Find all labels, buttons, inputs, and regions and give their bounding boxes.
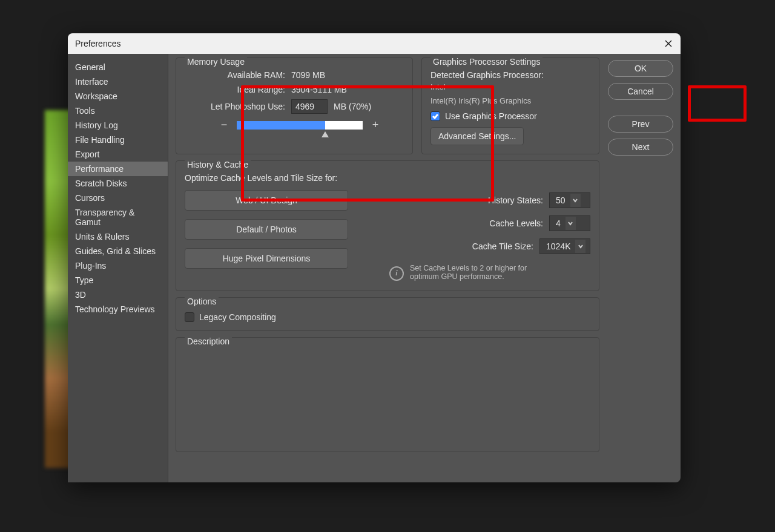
cache-levels-label: Cache Levels: bbox=[473, 218, 543, 228]
sidebar-item-performance[interactable]: Performance bbox=[68, 162, 168, 176]
legacy-compositing-row[interactable]: Legacy Compositing bbox=[185, 312, 590, 322]
sidebar-item-general[interactable]: General bbox=[68, 60, 168, 74]
chevron-down-icon bbox=[575, 240, 585, 253]
memory-slider[interactable] bbox=[237, 121, 363, 130]
gpu-detected-line1: Intel bbox=[430, 82, 590, 93]
close-button[interactable] bbox=[664, 39, 673, 48]
advanced-settings-button[interactable]: Advanced Settings... bbox=[430, 127, 524, 145]
gpu-title: Graphics Processor Settings bbox=[430, 57, 542, 67]
checkmark-icon bbox=[432, 113, 439, 120]
sidebar-item-plug-ins[interactable]: Plug-Ins bbox=[68, 258, 168, 273]
options-title: Options bbox=[185, 297, 219, 306]
dialog-title: Preferences bbox=[75, 39, 120, 48]
sidebar-item-file-handling[interactable]: File Handling bbox=[68, 133, 168, 147]
sidebar-item-units-rulers[interactable]: Units & Rulers bbox=[68, 229, 168, 244]
legacy-compositing-label: Legacy Compositing bbox=[199, 312, 276, 322]
cache-tile-size-dropdown[interactable]: 1024K bbox=[539, 238, 590, 254]
top-row: Memory Usage Available RAM: 7099 MB Idea… bbox=[176, 57, 599, 154]
gpu-detected-line2: Intel(R) Iris(R) Plus Graphics bbox=[430, 96, 590, 107]
available-ram-value: 7099 MB bbox=[291, 70, 325, 80]
use-gpu-label: Use Graphics Processor bbox=[445, 111, 537, 121]
cache-tile-size-value: 1024K bbox=[546, 241, 570, 251]
gpu-detected-label: Detected Graphics Processor: bbox=[430, 70, 590, 80]
memory-slider-fill bbox=[237, 121, 325, 130]
ok-button[interactable]: OK bbox=[608, 60, 673, 77]
let-photoshop-use-label: Let Photoshop Use: bbox=[185, 102, 285, 111]
preset-web-ui-button[interactable]: Web / UI Design bbox=[185, 190, 348, 211]
history-cache-group: History & Cache Optimize Cache Levels an… bbox=[176, 160, 599, 291]
sidebar-item-technology-previews[interactable]: Technology Previews bbox=[68, 302, 168, 317]
prev-button[interactable]: Prev bbox=[608, 116, 673, 133]
cache-levels-value: 4 bbox=[556, 218, 561, 228]
memory-usage-group: Memory Usage Available RAM: 7099 MB Idea… bbox=[176, 57, 413, 154]
sidebar-item-workspace[interactable]: Workspace bbox=[68, 89, 168, 103]
description-group: Description bbox=[176, 337, 599, 452]
history-cache-title: History & Cache bbox=[185, 160, 251, 169]
chevron-down-icon bbox=[570, 194, 581, 207]
sidebar-item-export[interactable]: Export bbox=[68, 147, 168, 162]
history-states-dropdown[interactable]: 50 bbox=[549, 192, 590, 208]
preset-huge-pixel-button[interactable]: Huge Pixel Dimensions bbox=[185, 248, 348, 269]
dialog-body: GeneralInterfaceWorkspaceToolsHistory Lo… bbox=[68, 54, 681, 482]
sidebar-item-history-log[interactable]: History Log bbox=[68, 118, 168, 133]
sidebar-item-scratch-disks[interactable]: Scratch Disks bbox=[68, 176, 168, 191]
cache-tile-size-label: Cache Tile Size: bbox=[463, 241, 533, 251]
memory-slider-thumb[interactable] bbox=[322, 131, 329, 137]
sidebar-item-interface[interactable]: Interface bbox=[68, 74, 168, 89]
sidebar: GeneralInterfaceWorkspaceToolsHistory Lo… bbox=[68, 54, 168, 482]
memory-decrease-button[interactable]: − bbox=[219, 119, 229, 131]
cancel-button[interactable]: Cancel bbox=[608, 83, 673, 100]
memory-increase-button[interactable]: + bbox=[370, 119, 381, 131]
description-title: Description bbox=[185, 337, 232, 346]
preferences-dialog: Preferences GeneralInterfaceWorkspaceToo… bbox=[68, 33, 681, 482]
use-gpu-checkbox[interactable] bbox=[430, 111, 440, 121]
sidebar-item-guides-grid-slices[interactable]: Guides, Grid & Slices bbox=[68, 244, 168, 258]
sidebar-item-3d[interactable]: 3D bbox=[68, 287, 168, 302]
ideal-range-label: Ideal Range: bbox=[185, 85, 285, 94]
close-icon bbox=[664, 39, 673, 48]
history-states-label: History States: bbox=[473, 195, 543, 205]
sidebar-item-type[interactable]: Type bbox=[68, 273, 168, 287]
info-icon: i bbox=[389, 266, 404, 281]
memory-mb-percent: MB (70%) bbox=[334, 102, 371, 111]
optimize-label: Optimize Cache Levels and Tile Size for: bbox=[185, 173, 590, 183]
content-column: Memory Usage Available RAM: 7099 MB Idea… bbox=[176, 57, 599, 475]
sidebar-item-cursors[interactable]: Cursors bbox=[68, 191, 168, 205]
cache-hint-text: Set Cache Levels to 2 or higher for opti… bbox=[410, 264, 531, 281]
use-gpu-checkbox-row[interactable]: Use Graphics Processor bbox=[430, 111, 590, 121]
chevron-down-icon bbox=[566, 217, 576, 230]
sidebar-item-transparency-gamut[interactable]: Transparency & Gamut bbox=[68, 205, 168, 229]
next-button[interactable]: Next bbox=[608, 139, 673, 156]
preset-default-photos-button[interactable]: Default / Photos bbox=[185, 219, 348, 240]
titlebar: Preferences bbox=[68, 33, 681, 54]
history-states-value: 50 bbox=[556, 195, 566, 205]
gpu-group: Graphics Processor Settings Detected Gra… bbox=[421, 57, 599, 154]
options-group: Options Legacy Compositing bbox=[176, 297, 599, 331]
memory-usage-title: Memory Usage bbox=[185, 57, 247, 67]
available-ram-label: Available RAM: bbox=[185, 70, 285, 80]
memory-amount-input[interactable] bbox=[291, 99, 328, 114]
sidebar-item-tools[interactable]: Tools bbox=[68, 103, 168, 118]
ideal-range-value: 3904-5111 MB bbox=[291, 85, 347, 94]
legacy-compositing-checkbox[interactable] bbox=[185, 312, 194, 322]
highlight-ok-box bbox=[688, 85, 747, 122]
cache-levels-dropdown[interactable]: 4 bbox=[549, 215, 590, 231]
main-panel: Memory Usage Available RAM: 7099 MB Idea… bbox=[168, 54, 681, 482]
dialog-buttons-column: OK Cancel Prev Next bbox=[608, 57, 673, 475]
